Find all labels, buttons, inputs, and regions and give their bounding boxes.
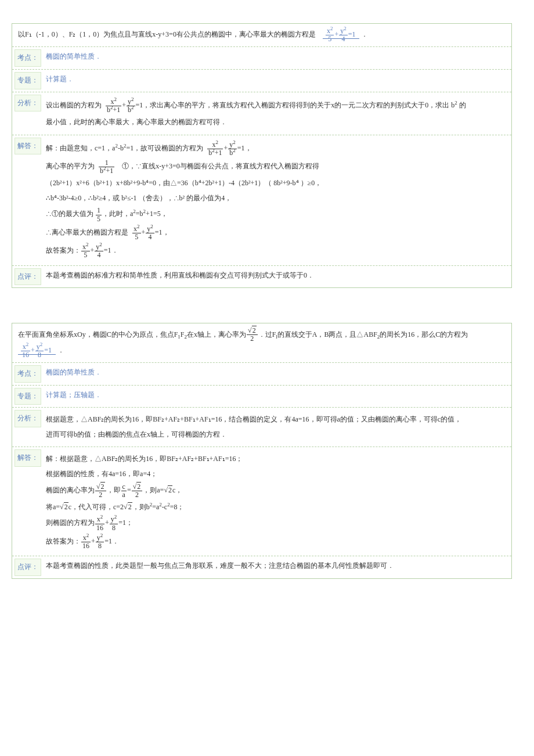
jieda-line: 故答案为：x25+y24=1． — [46, 243, 507, 259]
jieda-line: ∴①的最大值为 15，此时，a2=b2+1=5， — [46, 207, 507, 222]
jieda-line: 解：由题意知，c=1，a2-b2=1，故可设椭圆的方程为 x2b2+1+y2b2… — [46, 141, 507, 157]
problem-block-2: 在平面直角坐标系xOy，椭圆C的中心为原点，焦点F1F2在x轴上，离心率为22．… — [12, 323, 512, 579]
answer-blank: x216+y28=1 — [18, 346, 56, 355]
question-stem: 以F₁（-1，0）、F₂（1，0）为焦点且与直线x-y+3=0有公共点的椭圆中，… — [18, 30, 316, 38]
label-dianping: 点评： — [15, 559, 41, 576]
fenxi-line: 设出椭圆的方程为 x2b2+1+y2b2=1，求出离心率的平方，将直线方程代入椭… — [46, 98, 507, 114]
label-dianping: 点评： — [15, 268, 41, 286]
dianping-text: 本题考查椭圆的标准方程和简单性质，利用直线和椭圆有交点可得判别式大于或等于0． — [46, 271, 314, 279]
content-kaodian: 椭圆的简单性质． — [45, 363, 511, 383]
question-text: 以F₁（-1，0）、F₂（1，0）为焦点且与直线x-y+3=0有公共点的椭圆中，… — [12, 24, 511, 47]
row-jieda: 解答： 解：根据题意，△ABF₂的周长为16，即BF₂+AF₂+BF₁+AF₁=… — [12, 447, 511, 556]
jieda-line: 解：根据题意，△ABF₂的周长为16，即BF₂+AF₂+BF₁+AF₁=16； — [46, 453, 507, 466]
period: ． — [57, 346, 64, 354]
question-text: 在平面直角坐标系xOy，椭圆C的中心为原点，焦点F1F2在x轴上，离心率为22．… — [12, 323, 511, 363]
jieda-line: ∴离心率最大的椭圆方程是 x25+y24=1， — [46, 225, 507, 241]
fenxi-line: 进而可得b的值；由椭圆的焦点在x轴上，可得椭圆的方程． — [46, 429, 507, 441]
jieda-line: 则椭圆的方程为x216+y28=1； — [46, 516, 507, 531]
content-dianping: 本题考查椭圆的标准方程和简单性质，利用直线和椭圆有交点可得判别式大于或等于0． — [45, 266, 511, 286]
row-kaodian: 考点： 椭圆的简单性质． — [12, 363, 511, 386]
content-zhuanti: 计算题；压轴题． — [45, 386, 511, 405]
content-fenxi: 设出椭圆的方程为 x2b2+1+y2b2=1，求出离心率的平方，将直线方程代入椭… — [45, 92, 511, 135]
row-zhuanti: 专题： 计算题；压轴题． — [12, 386, 511, 408]
row-fenxi: 分析： 根据题意，△ABF₂的周长为16，即BF₂+AF₂+BF₁+AF₁=16… — [12, 408, 511, 447]
jieda-line: 故答案为：x216+y28=1． — [46, 534, 507, 550]
label-jieda: 解答： — [15, 449, 41, 467]
label-kaodian: 考点： — [15, 365, 41, 383]
question-stem: 在平面直角坐标系xOy，椭圆C的中心为原点，焦点F1F2在x轴上，离心率为22．… — [18, 330, 468, 339]
row-dianping: 点评： 本题考查椭圆的标准方程和简单性质，利用直线和椭圆有交点可得判别式大于或等… — [12, 266, 511, 288]
content-fenxi: 根据题意，△ABF₂的周长为16，即BF₂+AF₂+BF₁+AF₁=16，结合椭… — [45, 408, 511, 447]
jieda-line: 椭圆的离心率为22，即ca=22，则a=2c， — [46, 483, 507, 499]
content-jieda: 解：根据题意，△ABF₂的周长为16，即BF₂+AF₂+BF₁+AF₁=16； … — [45, 447, 511, 556]
jieda-line: （2b²+1）x²+6（b²+1）x+8b²+9-b⁴=0，由△=36（b⁴+2… — [46, 177, 507, 190]
row-zhuanti: 专题： 计算题． — [12, 70, 511, 92]
label-fenxi: 分析： — [15, 95, 41, 112]
row-kaodian: 考点： 椭圆的简单性质． — [12, 47, 511, 70]
row-jieda: 解答： 解：由题意知，c=1，a2-b2=1，故可设椭圆的方程为 x2b2+1+… — [12, 135, 511, 266]
answer-blank: x25+y24=1 — [323, 30, 360, 39]
kaodian-tag: 椭圆的简单性质． — [46, 52, 102, 60]
zhuanti-tag: 计算题；压轴题． — [46, 391, 102, 399]
jieda-line: 将a=2c，代入可得，c=22，则b2=a2-c2=8； — [46, 501, 507, 514]
problem-block-1: 以F₁（-1，0）、F₂（1，0）为焦点且与直线x-y+3=0有公共点的椭圆中，… — [12, 23, 512, 288]
label-zhuanti: 专题： — [15, 72, 41, 89]
row-fenxi: 分析： 设出椭圆的方程为 x2b2+1+y2b2=1，求出离心率的平方，将直线方… — [12, 92, 511, 135]
dianping-text: 本题考查椭圆的性质，此类题型一般与焦点三角形联系，难度一般不大；注意结合椭圆的基… — [46, 561, 394, 570]
row-dianping: 点评： 本题考查椭圆的性质，此类题型一般与焦点三角形联系，难度一般不大；注意结合… — [12, 556, 511, 578]
fenxi-line: 根据题意，△ABF₂的周长为16，即BF₂+AF₂+BF₁+AF₁=16，结合椭… — [46, 413, 507, 426]
content-zhuanti: 计算题． — [45, 70, 511, 89]
jieda-line: ∴b⁴-3b²-4≥0，∴b²≥4，或 b²≤-1 （舍去），∴b² 的最小值为… — [46, 192, 507, 205]
label-fenxi: 分析： — [15, 410, 41, 427]
fenxi-line: 最小值，此时的离心率最大，离心率最大的椭圆方程可得． — [46, 116, 507, 129]
content-jieda: 解：由题意知，c=1，a2-b2=1，故可设椭圆的方程为 x2b2+1+y2b2… — [45, 135, 511, 265]
period: ． — [361, 30, 368, 38]
content-dianping: 本题考查椭圆的性质，此类题型一般与焦点三角形联系，难度一般不大；注意结合椭圆的基… — [45, 556, 511, 576]
label-zhuanti: 专题： — [15, 388, 41, 405]
label-jieda: 解答： — [15, 138, 41, 155]
kaodian-tag: 椭圆的简单性质． — [46, 368, 102, 376]
label-kaodian: 考点： — [15, 49, 41, 67]
jieda-line: 根据椭圆的性质，有4a=16，即a=4； — [46, 468, 507, 481]
content-kaodian: 椭圆的简单性质． — [45, 47, 511, 67]
jieda-line: 离心率的平方为 1b2+1 ①，∵直线x-y+3=0与椭圆有公共点，将直线方程代… — [46, 159, 507, 175]
zhuanti-tag: 计算题． — [46, 75, 74, 83]
